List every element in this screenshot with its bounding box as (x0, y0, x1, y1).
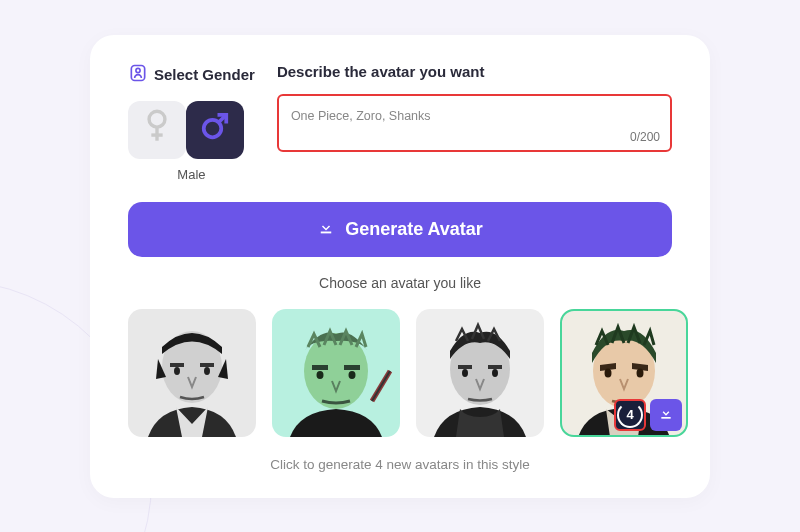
avatar-image (416, 309, 544, 437)
avatar-grid: 4 (128, 309, 672, 437)
svg-rect-7 (321, 231, 332, 233)
avatar-image (272, 309, 400, 437)
avatar-option-1[interactable] (128, 309, 256, 437)
svg-point-1 (136, 68, 140, 72)
char-count: 0/200 (630, 130, 660, 144)
avatar-option-4[interactable]: 4 (560, 309, 688, 437)
svg-rect-16 (312, 365, 328, 370)
svg-point-2 (149, 111, 165, 127)
avatar-generator-card: Select Gender (90, 35, 710, 498)
svg-rect-32 (661, 417, 670, 419)
describe-title: Describe the avatar you want (277, 63, 672, 80)
choose-avatar-text: Choose an avatar you like (128, 275, 672, 291)
gender-selected-label: Male (128, 167, 255, 182)
svg-point-30 (605, 368, 612, 377)
describe-input[interactable] (291, 109, 658, 123)
generate-avatar-button[interactable]: Generate Avatar (128, 202, 672, 257)
svg-point-18 (317, 371, 324, 379)
svg-rect-24 (458, 365, 472, 369)
svg-rect-17 (344, 365, 360, 370)
gender-title: Select Gender (154, 66, 255, 83)
top-row: Select Gender (128, 63, 672, 182)
svg-point-12 (174, 367, 180, 375)
svg-point-26 (462, 369, 468, 377)
gender-header: Select Gender (128, 63, 255, 87)
download-avatar-button[interactable] (650, 399, 682, 431)
avatar-actions: 4 (614, 399, 682, 431)
regenerate-button[interactable]: 4 (614, 399, 646, 431)
female-icon (143, 109, 171, 150)
avatar-image (128, 309, 256, 437)
describe-box[interactable]: 0/200 (277, 94, 672, 152)
svg-rect-25 (488, 365, 502, 369)
svg-rect-10 (170, 363, 184, 367)
footer-hint-text: Click to generate 4 new avatars in this … (128, 457, 672, 472)
svg-point-31 (637, 368, 644, 377)
gender-section: Select Gender (128, 63, 255, 182)
gender-options (128, 101, 255, 159)
regen-count-label: 4 (626, 407, 633, 422)
avatar-option-3[interactable] (416, 309, 544, 437)
svg-point-19 (349, 371, 356, 379)
download-icon (658, 405, 674, 425)
gender-option-male[interactable] (186, 101, 244, 159)
avatar-option-2[interactable] (272, 309, 400, 437)
svg-rect-11 (200, 363, 214, 367)
gender-option-female[interactable] (128, 101, 186, 159)
generate-button-label: Generate Avatar (345, 219, 483, 240)
download-icon (317, 218, 335, 241)
person-icon (128, 63, 148, 87)
svg-point-27 (492, 369, 498, 377)
male-icon (200, 111, 230, 148)
svg-point-5 (204, 120, 222, 138)
svg-point-13 (204, 367, 210, 375)
describe-section: Describe the avatar you want 0/200 (277, 63, 672, 182)
